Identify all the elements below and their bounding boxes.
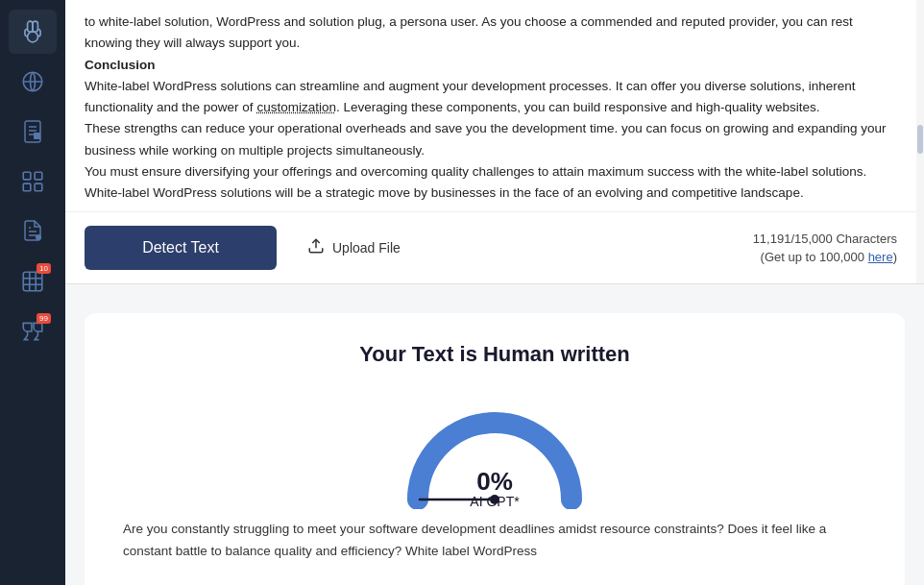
text-scrollbar[interactable] (916, 0, 924, 283)
text-section: to white-label solution, WordPress and s… (65, 0, 924, 284)
svg-rect-6 (35, 172, 42, 180)
result-card: Your Text is Human written 0% AI GPT* (85, 313, 905, 585)
text-line-5: White-label WordPress solutions will be … (85, 185, 804, 200)
svg-text:✓: ✓ (37, 235, 40, 240)
char-max: 15,000 (794, 232, 833, 246)
gauge-percent: 0% (470, 469, 519, 494)
sidebar-item-brain[interactable] (9, 10, 57, 54)
document-icon: 99 (21, 119, 44, 144)
svg-rect-13 (23, 272, 42, 291)
main-content: to white-label solution, WordPress and s… (65, 0, 924, 585)
char-current: 11,191 (753, 232, 791, 246)
quote-badge: 99 (36, 313, 51, 324)
result-desc-line1: Are you constantly struggling to meet yo… (123, 522, 826, 558)
gauge-center-text: 0% AI GPT* (470, 469, 519, 509)
gauge-container: 0% AI GPT* (113, 394, 876, 509)
text-display[interactable]: to white-label solution, WordPress and s… (65, 0, 916, 211)
text-line-3: These strengths can reduce your operatio… (85, 121, 887, 157)
action-bar: Detect Text Upload File (65, 211, 916, 283)
file-edit-icon: ✓ (21, 219, 44, 244)
char-label: Characters (836, 232, 897, 246)
translate-icon (20, 69, 45, 94)
scrollbar-thumb (917, 125, 923, 154)
char-count-text: 11,191/15,000 Characters (753, 232, 897, 246)
text-line-1: to white-label solution, WordPress and s… (85, 14, 853, 50)
text-line-2: White-label WordPress solutions can stre… (85, 79, 855, 114)
char-upgrade-label: Get up to 100,000 (765, 250, 864, 264)
upload-icon (307, 237, 325, 258)
conclusion-heading: Conclusion (85, 58, 156, 72)
svg-point-0 (28, 32, 38, 42)
svg-rect-8 (35, 183, 42, 191)
result-title: Your Text is Human written (113, 342, 876, 367)
result-description: Are you constantly struggling to meet yo… (113, 519, 876, 563)
sidebar-item-grid[interactable] (9, 159, 57, 204)
grid-icon (20, 169, 45, 194)
detect-text-button[interactable]: Detect Text (85, 226, 277, 270)
results-section: Your Text is Human written 0% AI GPT* (65, 284, 924, 585)
text-line-4: You must ensure diversifying your offeri… (85, 164, 866, 179)
upload-label: Upload File (332, 240, 401, 256)
sidebar-item-document[interactable]: 99 (9, 110, 57, 154)
sidebar: 99 ✓ 10 (0, 0, 65, 585)
sidebar-item-table[interactable]: 10 (9, 259, 57, 304)
char-upgrade-suffix: ) (893, 250, 897, 264)
table-badge: 10 (36, 263, 51, 274)
char-upgrade-link[interactable]: here (868, 250, 893, 264)
sidebar-item-file-edit[interactable]: ✓ (9, 209, 57, 254)
sidebar-item-translate[interactable] (9, 60, 57, 104)
char-count-display: 11,191/15,000 Characters (Get up to 100,… (753, 230, 897, 267)
svg-text:99: 99 (35, 134, 40, 139)
upload-file-button[interactable]: Upload File (296, 230, 412, 266)
svg-rect-7 (23, 183, 31, 191)
svg-rect-5 (23, 172, 31, 180)
gauge-label: AI GPT* (470, 494, 519, 509)
brain-icon (20, 19, 45, 44)
sidebar-item-quote[interactable]: 99 (9, 309, 57, 353)
